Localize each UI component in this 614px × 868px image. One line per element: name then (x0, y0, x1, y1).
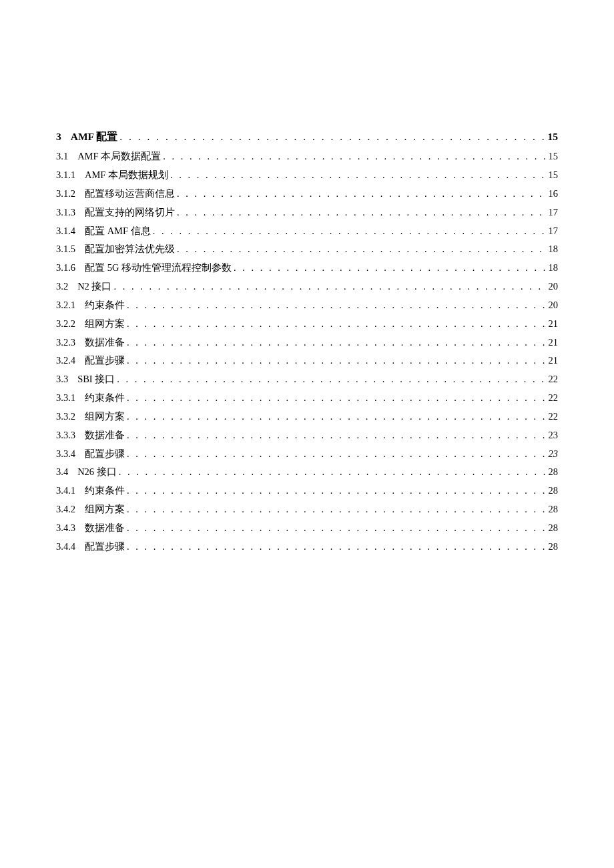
toc-leader-dots: . . . . . . . . . . . . . . . . . . . . … (127, 410, 545, 423)
toc-entry-number: 3.1.3 (56, 206, 75, 219)
toc-leader-dots: . . . . . . . . . . . . . . . . . . . . … (127, 318, 545, 330)
toc-entry[interactable]: 3.3SBI 接口. . . . . . . . . . . . . . . .… (56, 373, 558, 386)
document-page: 3AMF 配置. . . . . . . . . . . . . . . . .… (0, 0, 614, 553)
toc-entry[interactable]: 3.2.4配置步骤. . . . . . . . . . . . . . . .… (56, 354, 558, 367)
toc-entry-number: 3.2.1 (56, 299, 75, 312)
toc-entry-page: 28 (549, 466, 559, 478)
toc-leader-dots: . . . . . . . . . . . . . . . . . . . . … (119, 466, 545, 478)
toc-entry-title: 配置 AMF 信息 (85, 225, 151, 238)
toc-entry-page: 21 (549, 336, 559, 349)
toc-entry-number: 3.3 (56, 373, 68, 386)
toc-entry-page: 21 (549, 354, 559, 367)
toc-entry-page: 18 (549, 262, 559, 274)
toc-entry-number: 3.4.2 (56, 503, 75, 516)
toc-entry[interactable]: 3.3.4配置步骤. . . . . . . . . . . . . . . .… (56, 448, 558, 460)
toc-leader-dots: . . . . . . . . . . . . . . . . . . . . … (127, 336, 545, 349)
toc-entry-number: 3.3.2 (56, 410, 75, 423)
toc-entry-number: 3.1.2 (56, 187, 75, 200)
toc-entry-title: 配置步骤 (85, 540, 125, 553)
toc-entry[interactable]: 3.1.2配置移动运营商信息. . . . . . . . . . . . . … (56, 187, 558, 200)
toc-entry-title: 配置步骤 (85, 448, 125, 460)
toc-leader-dots: . . . . . . . . . . . . . . . . . . . . … (170, 169, 545, 181)
toc-leader-dots: . . . . . . . . . . . . . . . . . . . . … (127, 429, 545, 442)
toc-entry-title: AMF 本局数据规划 (85, 169, 168, 181)
toc-entry-title: 约束条件 (85, 392, 125, 404)
toc-entry-title: 配置支持的网络切片 (85, 206, 175, 219)
toc-entry-number: 3.2.3 (56, 336, 75, 349)
toc-entry-page: 23 (549, 448, 559, 460)
toc-entry-page: 28 (549, 522, 559, 534)
toc-entry-page: 21 (549, 318, 559, 330)
toc-entry-title: 配置步骤 (85, 354, 125, 367)
toc-entry[interactable]: 3.1.4配置 AMF 信息. . . . . . . . . . . . . … (56, 225, 558, 238)
toc-entry-number: 3.1 (56, 150, 68, 163)
toc-leader-dots: . . . . . . . . . . . . . . . . . . . . … (153, 225, 545, 238)
toc-entry[interactable]: 3.4N26 接口. . . . . . . . . . . . . . . .… (56, 466, 558, 478)
toc-entry[interactable]: 3.1.3配置支持的网络切片. . . . . . . . . . . . . … (56, 206, 558, 219)
toc-entry-title: SBI 接口 (77, 373, 115, 386)
toc-entry[interactable]: 3.2.2组网方案. . . . . . . . . . . . . . . .… (56, 318, 558, 330)
toc-entry[interactable]: 3.1.6配置 5G 移动性管理流程控制参数. . . . . . . . . … (56, 262, 558, 274)
toc-entry-page: 18 (549, 243, 559, 256)
toc-entry-page: 15 (548, 130, 559, 143)
toc-leader-dots: . . . . . . . . . . . . . . . . . . . . … (127, 448, 545, 460)
toc-leader-dots: . . . . . . . . . . . . . . . . . . . . … (127, 354, 545, 367)
toc-entry-page: 22 (549, 373, 559, 386)
toc-entry[interactable]: 3.1AMF 本局数据配置. . . . . . . . . . . . . .… (56, 150, 558, 163)
toc-entry-page: 15 (549, 169, 559, 181)
toc-entry-title: 数据准备 (85, 429, 125, 442)
toc-entry-number: 3 (56, 130, 61, 143)
toc-entry-number: 3.1.1 (56, 169, 75, 181)
toc-entry-page: 23 (549, 429, 559, 442)
toc-entry[interactable]: 3.2N2 接口. . . . . . . . . . . . . . . . … (56, 280, 558, 293)
toc-entry[interactable]: 3.4.3数据准备. . . . . . . . . . . . . . . .… (56, 522, 558, 534)
toc-entry-title: AMF 配置 (71, 130, 118, 143)
toc-entry-page: 28 (549, 484, 559, 497)
toc-entry-number: 3.4.4 (56, 540, 75, 553)
toc-entry[interactable]: 3.3.2组网方案. . . . . . . . . . . . . . . .… (56, 410, 558, 423)
toc-entry-page: 17 (549, 225, 559, 238)
toc-entry-title: 约束条件 (85, 484, 125, 497)
toc-entry-title: 配置加密算法优先级 (85, 243, 175, 256)
toc-entry-page: 20 (549, 299, 559, 312)
toc-entry[interactable]: 3.2.3数据准备. . . . . . . . . . . . . . . .… (56, 336, 558, 349)
toc-entry-page: 16 (549, 187, 559, 200)
toc-entry-number: 3.3.1 (56, 392, 75, 404)
toc-leader-dots: . . . . . . . . . . . . . . . . . . . . … (117, 373, 545, 386)
toc-entry-title: 配置移动运营商信息 (85, 187, 175, 200)
toc-leader-dots: . . . . . . . . . . . . . . . . . . . . … (127, 299, 545, 312)
toc-entry-number: 3.3.3 (56, 429, 75, 442)
toc-entry-number: 3.1.6 (56, 262, 75, 274)
toc-entry-number: 3.1.5 (56, 243, 75, 256)
toc-leader-dots: . . . . . . . . . . . . . . . . . . . . … (127, 503, 545, 516)
toc-entry[interactable]: 3.1.5配置加密算法优先级. . . . . . . . . . . . . … (56, 243, 558, 256)
toc-entry[interactable]: 3AMF 配置. . . . . . . . . . . . . . . . .… (56, 130, 558, 143)
toc-leader-dots: . . . . . . . . . . . . . . . . . . . . … (127, 484, 545, 497)
toc-entry-page: 28 (549, 503, 559, 516)
toc-entry[interactable]: 3.1.1AMF 本局数据规划. . . . . . . . . . . . .… (56, 169, 558, 181)
toc-entry-number: 3.1.4 (56, 225, 75, 238)
toc-entry-page: 15 (549, 150, 559, 163)
toc-entry-number: 3.4 (56, 466, 68, 478)
toc-entry[interactable]: 3.3.1约束条件. . . . . . . . . . . . . . . .… (56, 392, 558, 404)
toc-entry-page: 17 (549, 206, 559, 219)
toc-entry-title: N26 接口 (77, 466, 117, 478)
toc-entry-number: 3.2.4 (56, 354, 75, 367)
toc-entry-number: 3.3.4 (56, 448, 75, 460)
toc-entry-title: 约束条件 (85, 299, 125, 312)
toc-entry[interactable]: 3.2.1约束条件. . . . . . . . . . . . . . . .… (56, 299, 558, 312)
toc-entry[interactable]: 3.3.3数据准备. . . . . . . . . . . . . . . .… (56, 429, 558, 442)
toc-entry-page: 22 (549, 392, 559, 404)
toc-entry-number: 3.4.1 (56, 484, 75, 497)
toc-leader-dots: . . . . . . . . . . . . . . . . . . . . … (177, 206, 545, 219)
toc-entry[interactable]: 3.4.2组网方案. . . . . . . . . . . . . . . .… (56, 503, 558, 516)
toc-leader-dots: . . . . . . . . . . . . . . . . . . . . … (113, 280, 545, 293)
toc-leader-dots: . . . . . . . . . . . . . . . . . . . . … (177, 243, 545, 256)
toc-entry-title: 组网方案 (85, 410, 125, 423)
toc-entry-title: 数据准备 (85, 336, 125, 349)
toc-entry[interactable]: 3.4.4配置步骤. . . . . . . . . . . . . . . .… (56, 540, 558, 553)
toc-entry-title: 数据准备 (85, 522, 125, 534)
toc-entry[interactable]: 3.4.1约束条件. . . . . . . . . . . . . . . .… (56, 484, 558, 497)
toc-leader-dots: . . . . . . . . . . . . . . . . . . . . … (234, 262, 545, 274)
toc-entry-number: 3.2 (56, 280, 68, 293)
